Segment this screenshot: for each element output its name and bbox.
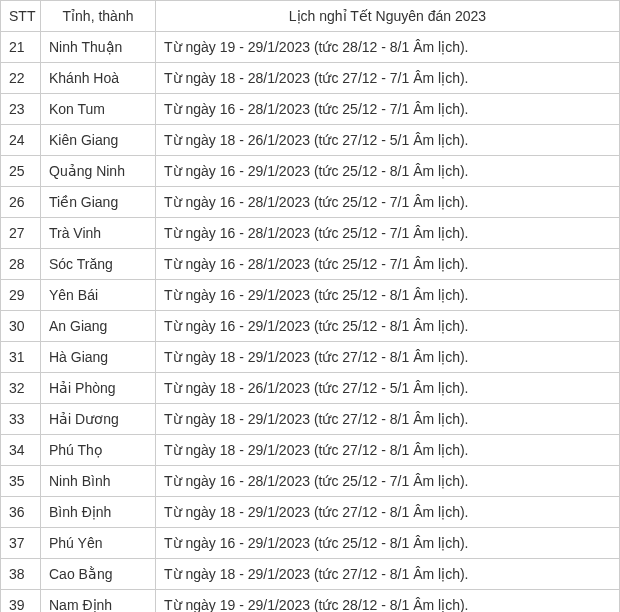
- table-row: 30An GiangTừ ngày 16 - 29/1/2023 (tức 25…: [1, 311, 620, 342]
- cell-province: Ninh Thuận: [41, 32, 156, 63]
- table-row: 36Bình ĐịnhTừ ngày 18 - 29/1/2023 (tức 2…: [1, 497, 620, 528]
- cell-province: Ninh Bình: [41, 466, 156, 497]
- cell-schedule: Từ ngày 16 - 28/1/2023 (tức 25/12 - 7/1 …: [156, 187, 620, 218]
- cell-schedule: Từ ngày 19 - 29/1/2023 (tức 28/12 - 8/1 …: [156, 590, 620, 613]
- cell-province: Hải Phòng: [41, 373, 156, 404]
- header-schedule: Lịch nghỉ Tết Nguyên đán 2023: [156, 1, 620, 32]
- cell-stt: 23: [1, 94, 41, 125]
- cell-schedule: Từ ngày 18 - 28/1/2023 (tức 27/12 - 7/1 …: [156, 63, 620, 94]
- cell-province: Quảng Ninh: [41, 156, 156, 187]
- cell-stt: 21: [1, 32, 41, 63]
- cell-schedule: Từ ngày 16 - 28/1/2023 (tức 25/12 - 7/1 …: [156, 94, 620, 125]
- cell-province: Hải Dương: [41, 404, 156, 435]
- cell-schedule: Từ ngày 18 - 26/1/2023 (tức 27/12 - 5/1 …: [156, 125, 620, 156]
- cell-province: Khánh Hoà: [41, 63, 156, 94]
- cell-stt: 34: [1, 435, 41, 466]
- cell-stt: 22: [1, 63, 41, 94]
- cell-province: Kiên Giang: [41, 125, 156, 156]
- holiday-schedule-table: STT Tỉnh, thành Lịch nghỉ Tết Nguyên đán…: [0, 0, 620, 612]
- cell-stt: 33: [1, 404, 41, 435]
- cell-schedule: Từ ngày 16 - 28/1/2023 (tức 25/12 - 7/1 …: [156, 466, 620, 497]
- cell-schedule: Từ ngày 18 - 29/1/2023 (tức 27/12 - 8/1 …: [156, 342, 620, 373]
- cell-stt: 24: [1, 125, 41, 156]
- cell-schedule: Từ ngày 18 - 26/1/2023 (tức 27/12 - 5/1 …: [156, 373, 620, 404]
- cell-schedule: Từ ngày 18 - 29/1/2023 (tức 27/12 - 8/1 …: [156, 497, 620, 528]
- table-header-row: STT Tỉnh, thành Lịch nghỉ Tết Nguyên đán…: [1, 1, 620, 32]
- header-stt: STT: [1, 1, 41, 32]
- cell-stt: 30: [1, 311, 41, 342]
- cell-province: Hà Giang: [41, 342, 156, 373]
- cell-stt: 31: [1, 342, 41, 373]
- table-row: 34Phú ThọTừ ngày 18 - 29/1/2023 (tức 27/…: [1, 435, 620, 466]
- table-row: 26Tiền GiangTừ ngày 16 - 28/1/2023 (tức …: [1, 187, 620, 218]
- cell-province: Bình Định: [41, 497, 156, 528]
- table-row: 37Phú YênTừ ngày 16 - 29/1/2023 (tức 25/…: [1, 528, 620, 559]
- cell-schedule: Từ ngày 18 - 29/1/2023 (tức 27/12 - 8/1 …: [156, 435, 620, 466]
- cell-stt: 26: [1, 187, 41, 218]
- cell-stt: 25: [1, 156, 41, 187]
- cell-schedule: Từ ngày 18 - 29/1/2023 (tức 27/12 - 8/1 …: [156, 559, 620, 590]
- table-row: 24Kiên GiangTừ ngày 18 - 26/1/2023 (tức …: [1, 125, 620, 156]
- cell-stt: 28: [1, 249, 41, 280]
- table-row: 25Quảng NinhTừ ngày 16 - 29/1/2023 (tức …: [1, 156, 620, 187]
- cell-schedule: Từ ngày 16 - 29/1/2023 (tức 25/12 - 8/1 …: [156, 311, 620, 342]
- cell-schedule: Từ ngày 16 - 28/1/2023 (tức 25/12 - 7/1 …: [156, 218, 620, 249]
- table-row: 39Nam ĐịnhTừ ngày 19 - 29/1/2023 (tức 28…: [1, 590, 620, 613]
- cell-stt: 37: [1, 528, 41, 559]
- cell-province: Cao Bằng: [41, 559, 156, 590]
- table-row: 35Ninh BìnhTừ ngày 16 - 28/1/2023 (tức 2…: [1, 466, 620, 497]
- cell-schedule: Từ ngày 18 - 29/1/2023 (tức 27/12 - 8/1 …: [156, 404, 620, 435]
- cell-schedule: Từ ngày 16 - 28/1/2023 (tức 25/12 - 7/1 …: [156, 249, 620, 280]
- cell-stt: 32: [1, 373, 41, 404]
- table-row: 38Cao BằngTừ ngày 18 - 29/1/2023 (tức 27…: [1, 559, 620, 590]
- table-row: 21Ninh ThuậnTừ ngày 19 - 29/1/2023 (tức …: [1, 32, 620, 63]
- table-row: 29Yên BáiTừ ngày 16 - 29/1/2023 (tức 25/…: [1, 280, 620, 311]
- cell-province: Trà Vinh: [41, 218, 156, 249]
- cell-schedule: Từ ngày 19 - 29/1/2023 (tức 28/12 - 8/1 …: [156, 32, 620, 63]
- cell-schedule: Từ ngày 16 - 29/1/2023 (tức 25/12 - 8/1 …: [156, 156, 620, 187]
- cell-stt: 29: [1, 280, 41, 311]
- cell-province: Phú Thọ: [41, 435, 156, 466]
- table-row: 22Khánh HoàTừ ngày 18 - 28/1/2023 (tức 2…: [1, 63, 620, 94]
- cell-province: Yên Bái: [41, 280, 156, 311]
- cell-province: Tiền Giang: [41, 187, 156, 218]
- cell-stt: 36: [1, 497, 41, 528]
- table-row: 31Hà GiangTừ ngày 18 - 29/1/2023 (tức 27…: [1, 342, 620, 373]
- cell-stt: 38: [1, 559, 41, 590]
- cell-province: Nam Định: [41, 590, 156, 613]
- cell-province: Phú Yên: [41, 528, 156, 559]
- cell-schedule: Từ ngày 16 - 29/1/2023 (tức 25/12 - 8/1 …: [156, 528, 620, 559]
- table-row: 33Hải DươngTừ ngày 18 - 29/1/2023 (tức 2…: [1, 404, 620, 435]
- table-row: 23Kon TumTừ ngày 16 - 28/1/2023 (tức 25/…: [1, 94, 620, 125]
- cell-province: Kon Tum: [41, 94, 156, 125]
- table-row: 28Sóc TrăngTừ ngày 16 - 28/1/2023 (tức 2…: [1, 249, 620, 280]
- cell-stt: 35: [1, 466, 41, 497]
- cell-stt: 39: [1, 590, 41, 613]
- header-province: Tỉnh, thành: [41, 1, 156, 32]
- cell-province: Sóc Trăng: [41, 249, 156, 280]
- cell-province: An Giang: [41, 311, 156, 342]
- table-row: 32Hải PhòngTừ ngày 18 - 26/1/2023 (tức 2…: [1, 373, 620, 404]
- table-row: 27Trà VinhTừ ngày 16 - 28/1/2023 (tức 25…: [1, 218, 620, 249]
- cell-stt: 27: [1, 218, 41, 249]
- cell-schedule: Từ ngày 16 - 29/1/2023 (tức 25/12 - 8/1 …: [156, 280, 620, 311]
